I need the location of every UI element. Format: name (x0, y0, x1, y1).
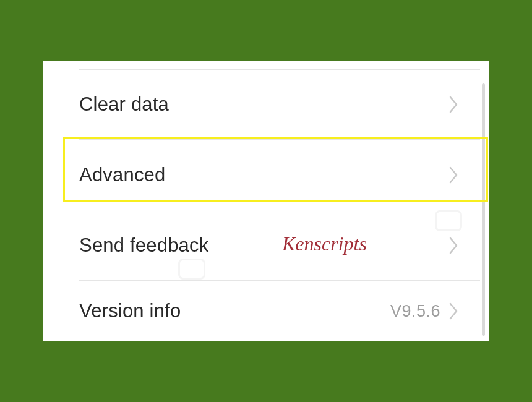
settings-item-advanced[interactable]: Advanced (43, 140, 489, 210)
settings-item-send-feedback[interactable]: Send feedback (43, 210, 489, 281)
settings-item-value: V9.5.6 (390, 302, 440, 321)
settings-panel: Clear data Advanced Send feedback Versio… (43, 61, 489, 341)
settings-item-label: Clear data (79, 93, 169, 116)
chevron-right-icon (449, 237, 459, 254)
settings-item-label: Advanced (79, 164, 165, 186)
chevron-right-icon (449, 96, 459, 113)
chevron-right-icon (449, 166, 459, 184)
settings-item-label: Send feedback (79, 234, 208, 257)
settings-item-clear-data[interactable]: Clear data (43, 69, 489, 140)
settings-item-version-info[interactable]: Version info V9.5.6 (43, 281, 489, 341)
settings-item-label: Version info (79, 300, 181, 322)
chevron-right-icon (449, 302, 459, 320)
